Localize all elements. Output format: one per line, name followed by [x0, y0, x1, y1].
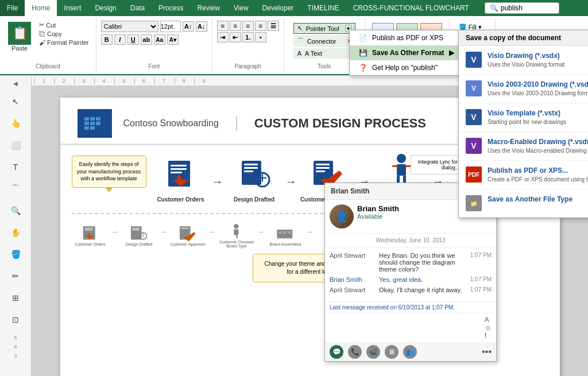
tab-file[interactable]: File: [0, 0, 25, 16]
chat-toolbar: 💬 📞 📹 🖥 👥 •••: [325, 342, 496, 361]
svg-rect-52: [236, 235, 237, 238]
chat-screen-button[interactable]: 🖥: [385, 345, 399, 359]
mini-arrow-4: →: [258, 228, 265, 236]
mini-step-5: Board Assembled: [267, 225, 304, 246]
font-shrink-button[interactable]: A↓: [196, 21, 207, 32]
tab-review[interactable]: Review: [190, 0, 226, 16]
format-painter-button[interactable]: 🖌 Format Painter: [37, 38, 91, 46]
panel-tool-layers[interactable]: ⊞: [6, 289, 25, 307]
italic-button[interactable]: I: [114, 34, 126, 45]
panel-tool-zoom[interactable]: 🔍: [6, 201, 25, 220]
submenu-item-vsdm[interactable]: V Macro-Enabled Drawing (*.vsdm) Uses th…: [459, 132, 588, 161]
align-right-button[interactable]: ≡: [242, 21, 254, 31]
connector-tool-button[interactable]: ⌒ Connector ✕: [293, 35, 355, 47]
outdent-button[interactable]: ⇤: [230, 32, 241, 42]
chat-people-button[interactable]: 👥: [403, 345, 417, 359]
tab-view[interactable]: View: [227, 0, 256, 16]
left-panel: ◀ ↖ 👆 ⬜ T ⌒ 🔍 ✋ 🪣 ✏ ⊞ ⊡ 5 4 3: [0, 76, 32, 376]
filetype-icon: 📁: [466, 195, 482, 211]
svg-rect-56: [288, 231, 291, 233]
chat-audio-button[interactable]: 📞: [348, 345, 362, 359]
dropdown-item-pdf-xps[interactable]: 📄 Publish as PDF or XPS: [350, 30, 463, 45]
font-family-select[interactable]: Calibri: [101, 21, 158, 32]
submenu-item-pdf[interactable]: PDF Publish as PDF or XPS... Create a PD…: [459, 161, 588, 189]
pdf-icon: PDF: [466, 166, 482, 183]
pointer-tool-button[interactable]: ↖ Pointer Tool ▾: [293, 23, 355, 34]
ribbon-tabs: File Home Insert Design Data Process Rev…: [0, 0, 476, 16]
msg-content-3: Okay, I'll change it right away.: [379, 286, 465, 293]
submenu-item-filetype[interactable]: 📁 Save as Another File Type: [459, 189, 588, 218]
text-tool-button[interactable]: A A Text: [293, 48, 355, 59]
cut-button[interactable]: ✂ Cut: [37, 21, 91, 29]
chat-username: Brian Smith: [357, 204, 399, 213]
customer-orders-icon: [162, 156, 199, 193]
tab-home[interactable]: Home: [25, 0, 57, 16]
panel-tool-pan[interactable]: ✋: [6, 223, 25, 242]
tab-process[interactable]: Process: [152, 0, 190, 16]
panel-tool-select[interactable]: ↖: [6, 92, 25, 111]
copy-button[interactable]: ⿻ Copy: [37, 30, 91, 38]
panel-tool-connect[interactable]: ⌒: [6, 180, 25, 198]
tab-design[interactable]: Design: [88, 0, 123, 16]
svg-rect-48: [181, 228, 188, 228]
mini-arrow-1: →: [111, 228, 118, 236]
search-bar: 🔍: [485, 2, 559, 14]
svg-rect-39: [84, 230, 92, 230]
submenu-item-vsd[interactable]: V Visio 2003-2010 Drawing (*.vsd) Uses t…: [459, 75, 588, 103]
svg-rect-7: [244, 164, 258, 165]
chat-input-area: A ☺ !: [325, 313, 496, 342]
tab-crossfunctional[interactable]: CROSS-FUNCTIONAL FLOWCHART: [346, 0, 476, 16]
svg-rect-43: [132, 228, 140, 228]
panel-tool-shape[interactable]: ⬜: [6, 136, 25, 154]
message-2: Brian Smith Yes, great idea. 1:07 PM: [330, 276, 492, 283]
mini-arrow-3: →: [209, 228, 216, 236]
panel-tool-snap[interactable]: ⊡: [6, 311, 25, 329]
submenu-header: Save a copy of the document: [459, 30, 588, 46]
panel-tool-pointer[interactable]: 👆: [6, 114, 25, 133]
svg-rect-53: [277, 230, 292, 238]
svg-rect-8: [244, 167, 258, 169]
bold-button[interactable]: B: [101, 34, 113, 45]
chat-video-button[interactable]: 📹: [366, 345, 380, 359]
panel-tool-text[interactable]: T: [6, 158, 25, 176]
search-input[interactable]: [501, 4, 552, 12]
tab-data[interactable]: Data: [123, 0, 152, 16]
chat-more-button[interactable]: •••: [482, 347, 492, 357]
font-color-button[interactable]: Aa: [154, 34, 165, 45]
font-grow-button[interactable]: A↑: [183, 21, 194, 32]
bullet-button[interactable]: •: [255, 32, 266, 42]
submenu-item-vsdx[interactable]: V Visio Drawing (*.vsdx) Uses the Visio …: [459, 46, 588, 75]
submenu-panel: Save a copy of the document V Visio Draw…: [458, 30, 588, 218]
tab-timeline[interactable]: TIMELINE: [300, 0, 346, 16]
svg-rect-23: [403, 176, 406, 183]
publish-dropdown: 📄 Publish as PDF or XPS 💾 Save As Other …: [349, 30, 464, 76]
pointer-icon: ↖: [297, 25, 303, 32]
font-size-input[interactable]: [160, 21, 181, 32]
align-left-button[interactable]: ≡: [217, 21, 229, 31]
underline-button[interactable]: U: [127, 34, 139, 45]
format-painter-icon: 🖌: [39, 39, 45, 46]
panel-collapse-button[interactable]: ◀: [13, 80, 18, 87]
chat-message-input[interactable]: [330, 324, 482, 332]
align-center-button[interactable]: ≡: [230, 21, 241, 31]
panel-tool-bucket[interactable]: 🪣: [6, 245, 25, 263]
chat-message-button[interactable]: 💬: [330, 345, 343, 359]
arrow-2: →: [285, 175, 297, 188]
dropdown-item-save-other[interactable]: 💾 Save As Other Format ▶: [350, 45, 463, 60]
tab-insert[interactable]: Insert: [57, 0, 88, 16]
list-button[interactable]: ☰: [268, 21, 279, 31]
paste-button[interactable]: 📋 Paste: [5, 21, 34, 53]
vstx-icon: V: [466, 109, 482, 125]
justify-button[interactable]: ≡: [255, 21, 266, 31]
dropdown-menu: 📄 Publish as PDF or XPS 💾 Save As Other …: [349, 30, 464, 76]
panel-tool-pencil[interactable]: ✏: [6, 267, 25, 285]
highlight-button[interactable]: A▾: [167, 34, 179, 45]
numbering-button[interactable]: 1.: [242, 32, 254, 42]
strikethrough-button[interactable]: ab: [141, 34, 152, 45]
chat-format-options: A ☺ !: [485, 316, 492, 340]
dropdown-item-help[interactable]: ❓ Get Help on "publish": [350, 60, 463, 75]
svg-rect-21: [405, 165, 411, 167]
submenu-item-vstx[interactable]: V Visio Template (*.vstx) Starting point…: [459, 103, 588, 132]
tab-developer[interactable]: Developer: [256, 0, 301, 16]
indent-button[interactable]: ⇥: [217, 32, 229, 42]
